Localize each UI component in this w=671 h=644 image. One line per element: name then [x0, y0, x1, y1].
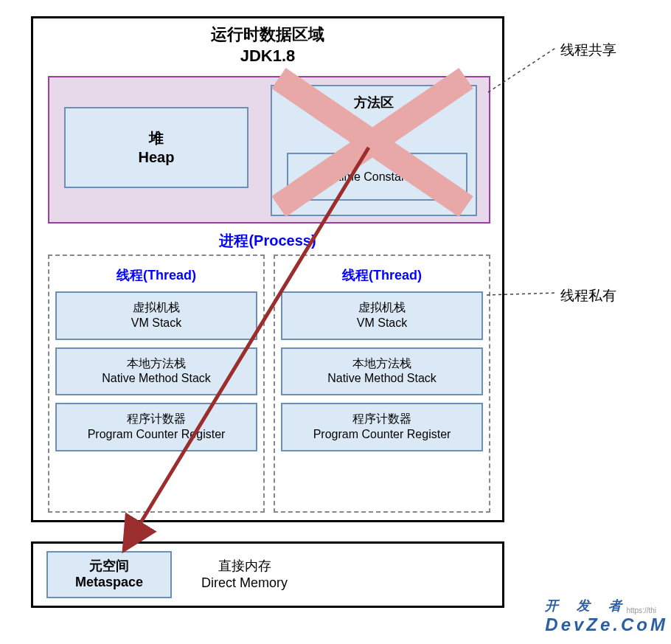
title-cn: 运行时数据区域 [33, 24, 502, 46]
vm-stack-en: VM Stack [60, 316, 253, 331]
pc-en: Program Counter Register [60, 427, 253, 443]
native-memory-box: 元空间 Metaspace 直接内存 Direct Memory [31, 541, 504, 608]
watermark: 开 发 者 DevZe.CoM [545, 597, 668, 635]
diagram-title: 运行时数据区域 JDK1.8 [33, 18, 502, 66]
pc-en: Program Counter Register [285, 427, 479, 443]
rcp-label: Runtime Constant Pool [316, 170, 438, 184]
runtime-constant-pool-box: Runtime Constant Pool [287, 153, 467, 201]
pc-cn: 程序计数器 [60, 412, 253, 427]
threads-row: 线程(Thread) 虚拟机栈 VM Stack 本地方法栈 Native Me… [48, 255, 490, 513]
method-area-box: 方法区 Runtime Constant Pool [271, 85, 477, 216]
pc-register-box: 程序计数器 Program Counter Register [55, 403, 257, 451]
heap-label-cn: 堆 [149, 128, 164, 148]
metaspace-box: 元空间 Metaspace [46, 551, 172, 598]
heap-label-en: Heap [139, 148, 175, 167]
watermark-text: DevZe.CoM [545, 614, 668, 635]
pc-register-box: 程序计数器 Program Counter Register [281, 403, 483, 451]
native-stack-cn: 本地方法栈 [285, 356, 479, 372]
vm-stack-en: VM Stack [285, 316, 479, 331]
vm-stack-box: 虚拟机栈 VM Stack [55, 291, 257, 340]
native-stack-cn: 本地方法栈 [60, 356, 253, 372]
shared-annotation: 线程共享 [560, 41, 616, 60]
watermark-top: 开 发 者 [545, 597, 668, 614]
thread-box-2: 线程(Thread) 虚拟机栈 VM Stack 本地方法栈 Native Me… [274, 255, 490, 513]
direct-en: Direct Memory [201, 575, 288, 592]
thread-shared-area: 堆 Heap 方法区 Runtime Constant Pool [48, 76, 490, 224]
vm-stack-box: 虚拟机栈 VM Stack [281, 291, 483, 340]
native-stack-en: Native Method Stack [60, 371, 253, 387]
metaspace-cn: 元空间 [48, 558, 170, 575]
direct-memory-label: 直接内存 Direct Memory [201, 558, 288, 592]
runtime-data-area-box: 运行时数据区域 JDK1.8 堆 Heap 方法区 Runtime Consta… [31, 16, 504, 522]
heap-box: 堆 Heap [64, 107, 248, 188]
private-annotation: 线程私有 [560, 286, 616, 305]
direct-cn: 直接内存 [201, 558, 288, 575]
process-label: 进程(Process) [33, 231, 502, 251]
method-area-label: 方法区 [272, 94, 476, 111]
title-en: JDK1.8 [33, 46, 502, 67]
native-stack-box: 本地方法栈 Native Method Stack [55, 347, 257, 396]
vm-stack-cn: 虚拟机栈 [60, 300, 253, 316]
thread-title: 线程(Thread) [55, 262, 257, 291]
vm-stack-cn: 虚拟机栈 [285, 300, 479, 316]
thread-title: 线程(Thread) [281, 262, 483, 291]
metaspace-en: Metaspace [48, 575, 170, 591]
pc-cn: 程序计数器 [285, 412, 479, 427]
thread-box-1: 线程(Thread) 虚拟机栈 VM Stack 本地方法栈 Native Me… [48, 255, 265, 513]
native-stack-en: Native Method Stack [285, 371, 479, 387]
native-stack-box: 本地方法栈 Native Method Stack [281, 347, 483, 396]
